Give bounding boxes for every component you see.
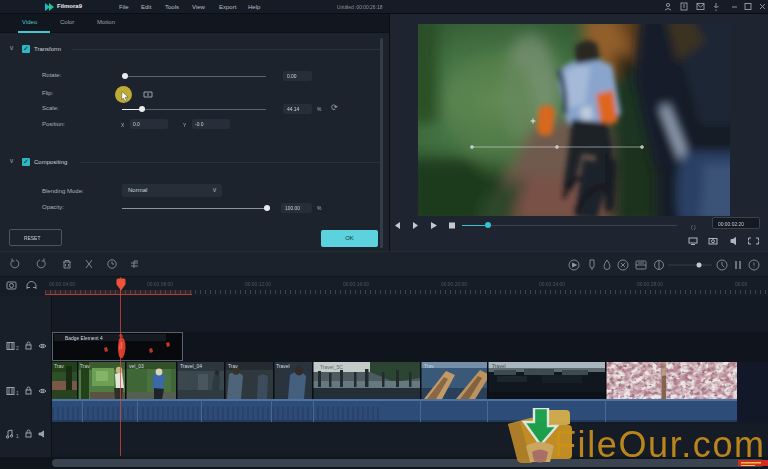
svg-text:Trav: Trav: [424, 363, 434, 369]
svg-text:1: 1: [16, 390, 19, 396]
svg-text:Travel: Travel: [492, 363, 506, 369]
svg-text:Trav: Trav: [54, 363, 64, 369]
svg-text:Travel: Travel: [276, 363, 290, 369]
svg-text:Trav: Trav: [80, 363, 90, 369]
svg-text:FileOur.com: FileOur.com: [554, 424, 766, 465]
svg-text:Travel_5C: Travel_5C: [320, 364, 343, 370]
svg-text:1: 1: [16, 433, 19, 439]
svg-text:vel_03: vel_03: [129, 363, 144, 369]
svg-text:Trav: Trav: [228, 363, 238, 369]
svg-text:Travel_04: Travel_04: [180, 363, 202, 369]
svg-text:2: 2: [16, 345, 19, 351]
